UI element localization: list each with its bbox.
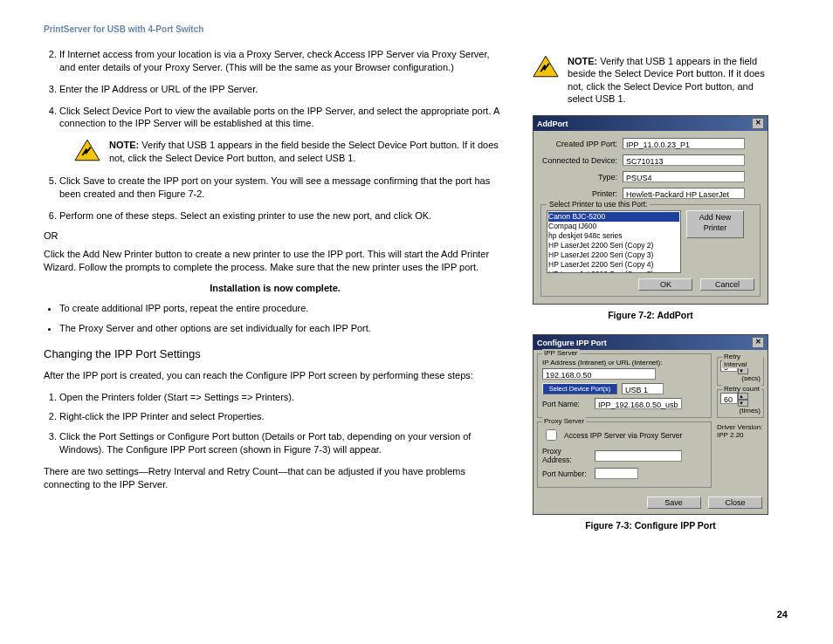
right-settings: Retry Interval 5▲▼ (secs) Retry count 60… <box>715 350 768 491</box>
printer-field[interactable]: Hewlett-Packard HP LaserJet 2200 <box>623 188 745 199</box>
numbered-list: If Internet access from your location is… <box>44 48 506 130</box>
label: Access IPP Server via Proxy Server <box>564 431 682 440</box>
right-column: NOTE: Verify that USB 1 appears in the f… <box>533 48 768 531</box>
add-new-printer-button[interactable]: Add New Printer <box>686 210 744 238</box>
label: Connected to Device: <box>540 156 623 165</box>
list-item: The Proxy Server and other options are s… <box>59 322 506 335</box>
svg-marker-1 <box>534 56 558 76</box>
or-text: OR <box>44 230 506 241</box>
list-item: Click the Port Settings or Configure Por… <box>59 430 506 456</box>
select-printer-group: Select Printer to use this Port: Canon B… <box>540 204 761 297</box>
close-icon[interactable]: ✕ <box>752 118 764 129</box>
group-title: Select Printer to use this Port: <box>547 200 650 209</box>
list-item: If Internet access from your location is… <box>59 48 506 74</box>
paragraph: After the IPP port is created, you can r… <box>44 369 506 382</box>
list-item: Open the Printers folder (Start => Setti… <box>59 391 506 404</box>
title-text: Configure IPP Port <box>537 339 607 347</box>
note-text: NOTE: Verify that USB 1 appears in the f… <box>568 55 768 105</box>
note-block: NOTE: Verify that USB 1 appears in the f… <box>74 139 506 164</box>
label: Driver Version: <box>717 423 768 431</box>
titlebar: Configure IPP Port ✕ <box>534 335 768 350</box>
list-item[interactable]: Compaq IJ600 <box>548 222 679 231</box>
paragraph: There are two settings—Retry Interval an… <box>44 465 506 491</box>
content-columns: If Internet access from your location is… <box>44 48 789 531</box>
steps-list: Open the Printers folder (Start => Setti… <box>44 391 506 456</box>
proxy-address-field[interactable] <box>595 450 682 462</box>
figure-caption: Figure 7-2: AddPort <box>533 310 768 320</box>
warning-icon <box>74 139 100 162</box>
configure-ipp-dialog: Configure IPP Port ✕ IPP Server IP Addre… <box>533 334 768 515</box>
label: (secs) <box>720 374 761 382</box>
group-title: Retry count <box>722 385 761 393</box>
list-item[interactable]: HP LaserJet 2200 Seri (Copy 5) <box>548 270 679 273</box>
note-label: NOTE: <box>568 56 597 66</box>
titlebar: AddPort ✕ <box>534 116 768 131</box>
note-label: NOTE: <box>109 140 139 150</box>
ip-address-field[interactable]: 192.168.0.50 <box>542 368 656 380</box>
paragraph: Click the Add New Printer button to crea… <box>44 248 506 274</box>
group-title: IPP Server <box>542 349 580 357</box>
created-port-field[interactable]: IPP_11.0.0.23_P1 <box>623 138 745 149</box>
list-item[interactable]: HP LaserJet 2200 Seri (Copy 2) <box>548 241 679 250</box>
section-heading: Changing the IPP Port Settings <box>44 347 506 360</box>
list-item[interactable]: HP LaserJet 2200 Seri (Copy 4) <box>548 260 679 270</box>
title-text: AddPort <box>537 120 568 128</box>
list-item: Enter the IP Address or URL of the IPP S… <box>59 83 506 96</box>
figure-caption: Figure 7-3: Configure IPP Port <box>533 520 768 531</box>
list-item: Click Save to create the IPP port on you… <box>59 175 506 201</box>
printer-listbox[interactable]: Canon BJC-5200 Compaq IJ600 hp deskjet 9… <box>547 210 681 273</box>
page-number: 24 <box>777 609 788 620</box>
left-column: If Internet access from your location is… <box>44 48 506 531</box>
label: Port Number: <box>542 469 590 478</box>
driver-version: IPP 2.20 <box>717 431 768 439</box>
access-proxy-checkbox[interactable] <box>546 429 557 441</box>
port-name-field[interactable]: IPP_192.168.0.50_usb <box>595 398 682 409</box>
ok-button[interactable]: OK <box>638 278 692 291</box>
list-item: Perform one of these steps. Select an ex… <box>59 209 506 223</box>
svg-marker-0 <box>75 140 100 161</box>
label: Port Name: <box>542 400 590 408</box>
label: (times) <box>720 407 761 414</box>
label: Type: <box>540 173 623 182</box>
label: Proxy Address: <box>542 447 590 464</box>
label: IP Address (Intranet) or URL (Internet): <box>542 359 706 367</box>
label: Created IPP Port: <box>540 140 623 148</box>
close-button[interactable]: Close <box>708 497 762 509</box>
usb-field[interactable]: USB 1 <box>622 383 664 394</box>
retry-count-field[interactable]: 60 <box>720 393 738 404</box>
list-item: To create additional IPP ports, repeat t… <box>59 302 506 315</box>
note-text: NOTE: Verify that USB 1 appears in the f… <box>109 139 506 164</box>
close-icon[interactable]: ✕ <box>752 337 764 348</box>
note-body: Verify that USB 1 appears in the field b… <box>568 56 765 104</box>
group-title: Proxy Server <box>542 417 586 425</box>
note-block: NOTE: Verify that USB 1 appears in the f… <box>533 55 768 105</box>
note-body: Verify that USB 1 appears in the field b… <box>109 140 499 162</box>
connected-device-field[interactable]: SC710113 <box>623 154 745 166</box>
list-item[interactable]: Canon BJC-5200 <box>548 212 679 222</box>
list-item[interactable]: hp deskjet 948c series <box>548 231 679 241</box>
label: Printer: <box>540 189 623 198</box>
ipp-server-group: IPP Server IP Address (Intranet) or URL … <box>537 353 712 418</box>
select-device-port-button[interactable]: Select Device Port(s) <box>542 383 617 394</box>
bullet-list: To create additional IPP ports, repeat t… <box>44 302 506 335</box>
install-complete: Installation is now complete. <box>44 283 506 293</box>
save-button[interactable]: Save <box>647 497 701 509</box>
dialog-body: Created IPP Port: IPP_11.0.0.23_P1 Conne… <box>534 131 768 304</box>
type-field[interactable]: PSUS4 <box>623 171 745 182</box>
document-page: PrintServer for USB with 4-Port Switch I… <box>0 0 833 644</box>
numbered-list: Click Save to create the IPP port on you… <box>44 175 506 223</box>
group-title: Retry Interval <box>722 353 763 368</box>
list-item[interactable]: HP LaserJet 2200 Seri (Copy 3) <box>548 250 679 260</box>
list-item: Click Select Device Port to view the ava… <box>59 105 506 131</box>
list-item: Right-click the IPP Printer and select P… <box>59 410 506 423</box>
warning-icon <box>533 55 559 79</box>
running-header: PrintServer for USB with 4-Port Switch <box>44 24 789 34</box>
port-number-field[interactable] <box>595 468 638 479</box>
proxy-server-group: Proxy Server Access IPP Server via Proxy… <box>537 421 712 488</box>
cancel-button[interactable]: Cancel <box>700 278 754 291</box>
addport-dialog: AddPort ✕ Created IPP Port: IPP_11.0.0.2… <box>533 115 768 305</box>
